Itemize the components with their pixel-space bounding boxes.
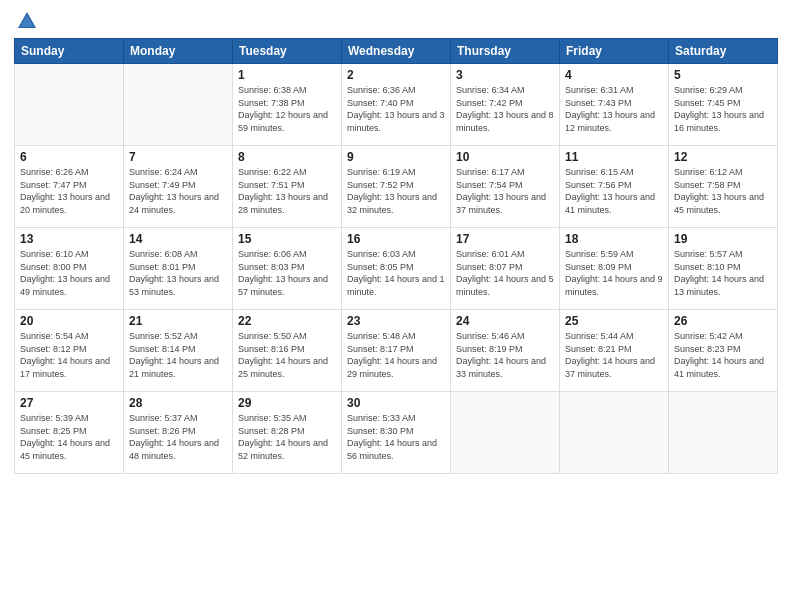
day-number: 13 xyxy=(20,232,118,246)
calendar-cell xyxy=(15,64,124,146)
calendar-cell: 27Sunrise: 5:39 AMSunset: 8:25 PMDayligh… xyxy=(15,392,124,474)
day-info: Sunrise: 6:01 AMSunset: 8:07 PMDaylight:… xyxy=(456,248,554,298)
day-info: Sunrise: 6:06 AMSunset: 8:03 PMDaylight:… xyxy=(238,248,336,298)
calendar-cell: 15Sunrise: 6:06 AMSunset: 8:03 PMDayligh… xyxy=(233,228,342,310)
day-info: Sunrise: 5:46 AMSunset: 8:19 PMDaylight:… xyxy=(456,330,554,380)
calendar-cell: 4Sunrise: 6:31 AMSunset: 7:43 PMDaylight… xyxy=(560,64,669,146)
header xyxy=(14,10,778,32)
day-info: Sunrise: 5:39 AMSunset: 8:25 PMDaylight:… xyxy=(20,412,118,462)
day-info: Sunrise: 6:19 AMSunset: 7:52 PMDaylight:… xyxy=(347,166,445,216)
day-number: 22 xyxy=(238,314,336,328)
day-number: 23 xyxy=(347,314,445,328)
page: SundayMondayTuesdayWednesdayThursdayFrid… xyxy=(0,0,792,612)
calendar-cell: 24Sunrise: 5:46 AMSunset: 8:19 PMDayligh… xyxy=(451,310,560,392)
day-info: Sunrise: 5:33 AMSunset: 8:30 PMDaylight:… xyxy=(347,412,445,462)
calendar-week-4: 20Sunrise: 5:54 AMSunset: 8:12 PMDayligh… xyxy=(15,310,778,392)
calendar-week-1: 1Sunrise: 6:38 AMSunset: 7:38 PMDaylight… xyxy=(15,64,778,146)
day-number: 14 xyxy=(129,232,227,246)
day-info: Sunrise: 6:26 AMSunset: 7:47 PMDaylight:… xyxy=(20,166,118,216)
calendar-cell xyxy=(451,392,560,474)
calendar-week-3: 13Sunrise: 6:10 AMSunset: 8:00 PMDayligh… xyxy=(15,228,778,310)
day-number: 2 xyxy=(347,68,445,82)
day-info: Sunrise: 5:48 AMSunset: 8:17 PMDaylight:… xyxy=(347,330,445,380)
calendar-cell: 7Sunrise: 6:24 AMSunset: 7:49 PMDaylight… xyxy=(124,146,233,228)
calendar-cell: 5Sunrise: 6:29 AMSunset: 7:45 PMDaylight… xyxy=(669,64,778,146)
calendar-cell: 10Sunrise: 6:17 AMSunset: 7:54 PMDayligh… xyxy=(451,146,560,228)
day-number: 11 xyxy=(565,150,663,164)
calendar-cell: 29Sunrise: 5:35 AMSunset: 8:28 PMDayligh… xyxy=(233,392,342,474)
calendar-cell: 6Sunrise: 6:26 AMSunset: 7:47 PMDaylight… xyxy=(15,146,124,228)
calendar-week-2: 6Sunrise: 6:26 AMSunset: 7:47 PMDaylight… xyxy=(15,146,778,228)
day-info: Sunrise: 6:31 AMSunset: 7:43 PMDaylight:… xyxy=(565,84,663,134)
day-info: Sunrise: 5:57 AMSunset: 8:10 PMDaylight:… xyxy=(674,248,772,298)
day-number: 30 xyxy=(347,396,445,410)
day-info: Sunrise: 5:54 AMSunset: 8:12 PMDaylight:… xyxy=(20,330,118,380)
day-number: 16 xyxy=(347,232,445,246)
day-info: Sunrise: 5:37 AMSunset: 8:26 PMDaylight:… xyxy=(129,412,227,462)
day-number: 9 xyxy=(347,150,445,164)
calendar-cell: 30Sunrise: 5:33 AMSunset: 8:30 PMDayligh… xyxy=(342,392,451,474)
day-number: 21 xyxy=(129,314,227,328)
logo-icon xyxy=(16,10,38,32)
calendar-cell: 8Sunrise: 6:22 AMSunset: 7:51 PMDaylight… xyxy=(233,146,342,228)
day-info: Sunrise: 5:42 AMSunset: 8:23 PMDaylight:… xyxy=(674,330,772,380)
day-info: Sunrise: 5:59 AMSunset: 8:09 PMDaylight:… xyxy=(565,248,663,298)
calendar-cell: 28Sunrise: 5:37 AMSunset: 8:26 PMDayligh… xyxy=(124,392,233,474)
calendar-cell: 9Sunrise: 6:19 AMSunset: 7:52 PMDaylight… xyxy=(342,146,451,228)
day-number: 20 xyxy=(20,314,118,328)
day-info: Sunrise: 5:50 AMSunset: 8:16 PMDaylight:… xyxy=(238,330,336,380)
calendar-cell: 19Sunrise: 5:57 AMSunset: 8:10 PMDayligh… xyxy=(669,228,778,310)
calendar-cell: 12Sunrise: 6:12 AMSunset: 7:58 PMDayligh… xyxy=(669,146,778,228)
day-number: 7 xyxy=(129,150,227,164)
calendar-cell: 21Sunrise: 5:52 AMSunset: 8:14 PMDayligh… xyxy=(124,310,233,392)
day-info: Sunrise: 6:22 AMSunset: 7:51 PMDaylight:… xyxy=(238,166,336,216)
day-info: Sunrise: 5:44 AMSunset: 8:21 PMDaylight:… xyxy=(565,330,663,380)
calendar-cell: 25Sunrise: 5:44 AMSunset: 8:21 PMDayligh… xyxy=(560,310,669,392)
day-number: 12 xyxy=(674,150,772,164)
calendar-cell: 26Sunrise: 5:42 AMSunset: 8:23 PMDayligh… xyxy=(669,310,778,392)
day-number: 8 xyxy=(238,150,336,164)
calendar-cell: 22Sunrise: 5:50 AMSunset: 8:16 PMDayligh… xyxy=(233,310,342,392)
weekday-header-sunday: Sunday xyxy=(15,39,124,64)
weekday-header-tuesday: Tuesday xyxy=(233,39,342,64)
day-number: 5 xyxy=(674,68,772,82)
calendar-cell: 23Sunrise: 5:48 AMSunset: 8:17 PMDayligh… xyxy=(342,310,451,392)
calendar-cell: 18Sunrise: 5:59 AMSunset: 8:09 PMDayligh… xyxy=(560,228,669,310)
calendar-cell: 3Sunrise: 6:34 AMSunset: 7:42 PMDaylight… xyxy=(451,64,560,146)
day-info: Sunrise: 6:08 AMSunset: 8:01 PMDaylight:… xyxy=(129,248,227,298)
day-info: Sunrise: 6:17 AMSunset: 7:54 PMDaylight:… xyxy=(456,166,554,216)
day-info: Sunrise: 6:38 AMSunset: 7:38 PMDaylight:… xyxy=(238,84,336,134)
day-number: 29 xyxy=(238,396,336,410)
weekday-header-thursday: Thursday xyxy=(451,39,560,64)
day-info: Sunrise: 5:35 AMSunset: 8:28 PMDaylight:… xyxy=(238,412,336,462)
weekday-header-saturday: Saturday xyxy=(669,39,778,64)
day-number: 17 xyxy=(456,232,554,246)
calendar-cell: 17Sunrise: 6:01 AMSunset: 8:07 PMDayligh… xyxy=(451,228,560,310)
calendar-cell: 20Sunrise: 5:54 AMSunset: 8:12 PMDayligh… xyxy=(15,310,124,392)
calendar-cell: 14Sunrise: 6:08 AMSunset: 8:01 PMDayligh… xyxy=(124,228,233,310)
day-number: 26 xyxy=(674,314,772,328)
day-number: 25 xyxy=(565,314,663,328)
weekday-header-friday: Friday xyxy=(560,39,669,64)
calendar-cell xyxy=(560,392,669,474)
calendar-cell xyxy=(124,64,233,146)
day-number: 19 xyxy=(674,232,772,246)
calendar-cell: 1Sunrise: 6:38 AMSunset: 7:38 PMDaylight… xyxy=(233,64,342,146)
weekday-header-row: SundayMondayTuesdayWednesdayThursdayFrid… xyxy=(15,39,778,64)
day-number: 18 xyxy=(565,232,663,246)
day-number: 24 xyxy=(456,314,554,328)
calendar-week-5: 27Sunrise: 5:39 AMSunset: 8:25 PMDayligh… xyxy=(15,392,778,474)
day-number: 10 xyxy=(456,150,554,164)
day-info: Sunrise: 6:36 AMSunset: 7:40 PMDaylight:… xyxy=(347,84,445,134)
day-number: 15 xyxy=(238,232,336,246)
weekday-header-wednesday: Wednesday xyxy=(342,39,451,64)
calendar-cell: 2Sunrise: 6:36 AMSunset: 7:40 PMDaylight… xyxy=(342,64,451,146)
day-info: Sunrise: 6:29 AMSunset: 7:45 PMDaylight:… xyxy=(674,84,772,134)
day-number: 28 xyxy=(129,396,227,410)
day-number: 3 xyxy=(456,68,554,82)
day-info: Sunrise: 6:03 AMSunset: 8:05 PMDaylight:… xyxy=(347,248,445,298)
logo xyxy=(14,10,38,32)
weekday-header-monday: Monday xyxy=(124,39,233,64)
day-info: Sunrise: 6:24 AMSunset: 7:49 PMDaylight:… xyxy=(129,166,227,216)
day-info: Sunrise: 6:15 AMSunset: 7:56 PMDaylight:… xyxy=(565,166,663,216)
